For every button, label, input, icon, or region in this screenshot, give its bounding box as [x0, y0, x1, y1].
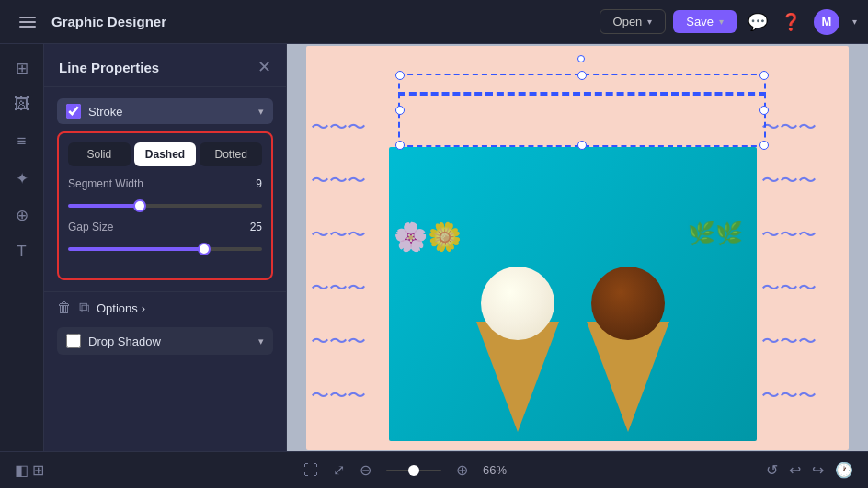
- open-chevron-icon: ▾: [647, 17, 652, 27]
- user-chevron-icon: ▾: [852, 17, 857, 27]
- line-properties-panel: Line Properties ✕ Stroke ▾ Solid Dashed …: [44, 44, 287, 451]
- topbar: Graphic Designer Open ▾ Save ▾ 💬 ❓ M ▾: [0, 0, 868, 44]
- close-panel-button[interactable]: ✕: [257, 57, 271, 77]
- segment-width-label: Segment Width: [68, 177, 143, 190]
- style-tab-dotted[interactable]: Dotted: [200, 142, 262, 166]
- handle-bottom-right[interactable]: [760, 141, 769, 150]
- drop-shadow-row: Drop Shadow ▾: [57, 327, 273, 355]
- expand-icon-button[interactable]: ⛶: [303, 462, 318, 479]
- gap-size-value: 25: [250, 221, 262, 233]
- ice-cream-photo: 🌸🌼 🌿🌿: [389, 147, 757, 441]
- sidebar-layers-icon-button[interactable]: ≡: [6, 125, 39, 158]
- canvas-content: 〜〜〜 〜〜〜 〜〜〜 〜〜〜 〜〜〜 〜〜〜 〜〜〜 〜〜〜 〜〜〜 〜〜〜 …: [306, 46, 849, 450]
- dashed-line-element[interactable]: [398, 92, 766, 101]
- zoom-knob[interactable]: [408, 465, 419, 476]
- avatar[interactable]: M: [814, 9, 839, 35]
- stroke-checkbox[interactable]: [66, 104, 81, 119]
- zoom-level: 66%: [483, 463, 507, 477]
- redo-icon-button[interactable]: ↪: [812, 461, 824, 479]
- flowers-decoration-left: 🌸🌼: [394, 221, 462, 253]
- bottombar-center: ⛶ ⤢ ⊖ ⊕ 66%: [303, 461, 507, 479]
- zoom-out-icon-button[interactable]: ⊖: [360, 461, 371, 479]
- style-tab-dashed[interactable]: Dashed: [134, 142, 197, 166]
- panel-actions: 🗑 ⧉ Options ›: [44, 291, 286, 323]
- topbar-center: Open ▾ Save ▾: [600, 9, 737, 34]
- save-chevron-icon: ▾: [719, 17, 724, 27]
- line-style-box: Solid Dashed Dotted Segment Width 9 Gap …: [57, 131, 273, 280]
- line-style-tabs: Solid Dashed Dotted: [68, 142, 262, 166]
- help-icon-button[interactable]: ❓: [781, 12, 801, 32]
- canvas-area[interactable]: 〜〜〜 〜〜〜 〜〜〜 〜〜〜 〜〜〜 〜〜〜 〜〜〜 〜〜〜 〜〜〜 〜〜〜 …: [287, 44, 868, 451]
- wavy-decoration-right: 〜〜〜 〜〜〜 〜〜〜 〜〜〜 〜〜〜 〜〜〜: [761, 101, 844, 423]
- save-button[interactable]: Save ▾: [673, 10, 737, 33]
- handle-middle-right[interactable]: [760, 106, 769, 115]
- hamburger-icon: [19, 17, 36, 28]
- segment-width-slider[interactable]: [68, 204, 262, 208]
- history-icon-button[interactable]: 🕐: [835, 461, 853, 479]
- panel-title: Line Properties: [59, 60, 159, 75]
- topbar-right: 💬 ❓ M ▾: [748, 9, 857, 35]
- segment-width-slider-row: Segment Width 9: [68, 177, 262, 211]
- sidebar-text-icon-button[interactable]: T: [6, 235, 39, 268]
- bottombar-right: ↺ ↩ ↪ 🕐: [766, 461, 853, 479]
- copy-icon-button[interactable]: ⧉: [79, 300, 89, 316]
- gap-size-slider[interactable]: [68, 247, 262, 251]
- topbar-left: Graphic Designer: [11, 6, 588, 39]
- grid-view-icon-button[interactable]: ⊞: [32, 461, 44, 479]
- cones-container: [389, 147, 757, 441]
- wavy-decoration-left: 〜〜〜 〜〜〜 〜〜〜 〜〜〜 〜〜〜 〜〜〜: [311, 101, 394, 423]
- rotate-handle[interactable]: [577, 55, 585, 62]
- layers-icon-button[interactable]: ◧: [15, 461, 29, 479]
- handle-top-right[interactable]: [760, 71, 769, 80]
- zoom-track: [386, 470, 441, 471]
- options-chevron-icon: ›: [142, 301, 145, 315]
- handle-middle-left[interactable]: [395, 106, 405, 115]
- stroke-row: Stroke ▾: [57, 98, 273, 124]
- bottombar-left: ◧ ⊞: [15, 461, 44, 479]
- zoom-slider-area: [386, 470, 441, 471]
- gap-size-slider-row: Gap Size 25: [68, 221, 262, 255]
- open-button[interactable]: Open ▾: [600, 9, 667, 34]
- app-title: Graphic Designer: [51, 14, 166, 29]
- chocolate-cone: [587, 267, 669, 432]
- gap-size-label: Gap Size: [68, 221, 113, 233]
- vanilla-scoop: [481, 267, 554, 340]
- panel-header: Line Properties ✕: [44, 44, 286, 87]
- sidebar-elements-icon-button[interactable]: ⊕: [6, 199, 39, 232]
- undo-alt-icon-button[interactable]: ↺: [766, 461, 778, 479]
- style-tab-solid[interactable]: Solid: [68, 142, 131, 166]
- sidebar-image-icon-button[interactable]: 🖼: [6, 88, 39, 121]
- sidebar-effects-icon-button[interactable]: ✦: [6, 162, 39, 195]
- chocolate-scoop: [591, 267, 665, 340]
- sidebar-grid-icon-button[interactable]: ⊞: [6, 51, 39, 85]
- menu-button[interactable]: [11, 6, 44, 39]
- zoom-in-icon-button[interactable]: ⊕: [456, 461, 468, 479]
- fit-icon-button[interactable]: ⤢: [333, 461, 345, 479]
- drop-shadow-label: Drop Shadow: [88, 335, 251, 348]
- bottombar: ◧ ⊞ ⛶ ⤢ ⊖ ⊕ 66% ↺ ↩ ↪ 🕐: [0, 451, 868, 488]
- selection-box[interactable]: [398, 74, 766, 147]
- drop-shadow-checkbox[interactable]: [66, 334, 81, 348]
- handle-top-center[interactable]: [577, 71, 587, 80]
- delete-icon-button[interactable]: 🗑: [57, 300, 72, 316]
- options-button[interactable]: Options ›: [97, 301, 145, 315]
- drop-shadow-chevron-icon: ▾: [258, 335, 264, 347]
- foliage-decoration-right: 🌿🌿: [688, 221, 743, 246]
- stroke-label: Stroke: [88, 105, 251, 119]
- vanilla-cone: [476, 267, 559, 432]
- main-area: ⊞ 🖼 ≡ ✦ ⊕ T Line Properties ✕ Stroke ▾ S…: [0, 44, 868, 451]
- handle-top-left[interactable]: [395, 71, 405, 80]
- stroke-chevron-icon: ▾: [258, 106, 264, 118]
- chat-icon-button[interactable]: 💬: [748, 12, 768, 32]
- sidebar-icons: ⊞ 🖼 ≡ ✦ ⊕ T: [0, 44, 44, 451]
- undo-icon-button[interactable]: ↩: [789, 461, 801, 479]
- segment-width-value: 9: [256, 177, 262, 190]
